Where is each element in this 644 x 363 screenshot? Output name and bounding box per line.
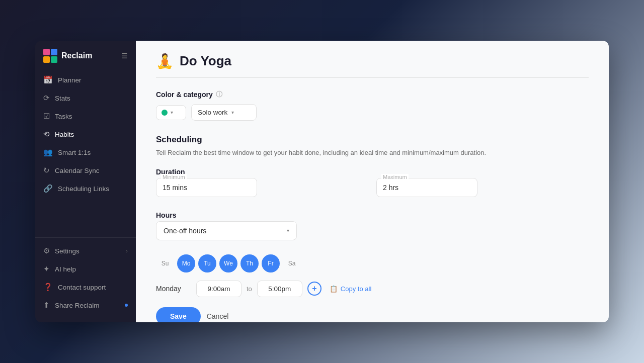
- scheduling-desc: Tell Reclaim the best time window to get…: [156, 148, 589, 158]
- day-button-mo[interactable]: Mo: [177, 254, 195, 273]
- sidebar-item-tasks[interactable]: ☑ Tasks: [35, 107, 136, 125]
- habit-title: Do Yoga: [180, 53, 231, 69]
- color-category-info-icon[interactable]: ⓘ: [216, 90, 222, 99]
- content-header: 🧘 Do Yoga: [156, 53, 589, 78]
- duration-label: Duration: [156, 168, 589, 176]
- hours-group: Hours One-off hours ▾: [156, 211, 589, 240]
- time-to-input[interactable]: [257, 281, 302, 297]
- color-category-label: Color & category ⓘ: [156, 90, 589, 99]
- sidebar: Reclaim ☰ 📅 Planner ⟳ Stats ☑ Tasks ⟲ Ha…: [35, 41, 136, 322]
- hours-chevron-icon: ▾: [287, 228, 289, 233]
- day-button-fr[interactable]: Fr: [262, 254, 280, 273]
- ai-help-label: AI help: [55, 265, 76, 273]
- stats-label: Stats: [55, 95, 70, 102]
- time-from-input[interactable]: [196, 281, 242, 297]
- min-input-wrapper: Minimum: [156, 178, 368, 197]
- sidebar-item-settings[interactable]: ⚙ Settings ›: [35, 242, 136, 260]
- planner-label: Planner: [58, 76, 82, 84]
- min-float-label: Minimum: [161, 174, 187, 180]
- day-button-th[interactable]: Th: [240, 254, 259, 273]
- contact-support-label: Contact support: [58, 284, 106, 291]
- settings-arrow: ›: [126, 248, 128, 254]
- sidebar-item-planner[interactable]: 📅 Planner: [35, 71, 136, 89]
- sidebar-bottom: ⚙ Settings › ✦ AI help ❓ Contact support…: [35, 237, 136, 314]
- scheduling-title: Scheduling: [156, 135, 589, 145]
- min-duration-field: Minimum: [156, 178, 368, 197]
- category-select-button[interactable]: Solo work ▾: [191, 104, 257, 121]
- category-value: Solo work: [198, 109, 227, 116]
- sidebar-item-ai-help[interactable]: ✦ AI help: [35, 260, 136, 278]
- day-button-sa[interactable]: Sa: [283, 254, 301, 273]
- add-time-button[interactable]: +: [307, 282, 321, 296]
- sidebar-item-calendar-sync[interactable]: ↻ Calendar Sync: [35, 161, 136, 179]
- tasks-label: Tasks: [55, 113, 72, 120]
- scheduling-links-icon: 🔗: [43, 184, 53, 193]
- scheduling-section: Scheduling Tell Reclaim the best time wi…: [156, 135, 589, 322]
- settings-label: Settings: [55, 247, 79, 255]
- copy-to-all-button[interactable]: 📋 Copy to all: [330, 285, 371, 293]
- max-duration-field: Maximum: [376, 178, 589, 197]
- sidebar-item-scheduling-links[interactable]: 🔗 Scheduling Links: [35, 179, 136, 198]
- planner-icon: 📅: [43, 75, 53, 84]
- to-label: to: [247, 285, 252, 293]
- color-category-group: Color & category ⓘ ▾ Solo work ▾: [156, 90, 589, 121]
- app-logo: Reclaim: [43, 49, 92, 63]
- stats-icon: ⟳: [43, 94, 50, 103]
- main-content: 🧘 Do Yoga Color & category ⓘ ▾ Solo work…: [136, 41, 609, 322]
- category-chevron-icon: ▾: [231, 110, 234, 115]
- actions-row: Save Cancel: [156, 307, 589, 323]
- habits-label: Habits: [55, 131, 74, 138]
- sidebar-nav: 📅 Planner ⟳ Stats ☑ Tasks ⟲ Habits 👥 Sma…: [35, 71, 136, 314]
- copy-icon: 📋: [330, 285, 338, 293]
- min-duration-input[interactable]: [156, 178, 257, 197]
- settings-icon: ⚙: [43, 246, 50, 255]
- day-button-tu[interactable]: Tu: [198, 254, 216, 273]
- max-input-wrapper: Maximum: [376, 178, 589, 197]
- color-dot: [162, 110, 168, 116]
- color-category-row: ▾ Solo work ▾: [156, 104, 589, 121]
- hours-label: Hours: [156, 211, 589, 219]
- duration-row: Minimum Maximum: [156, 178, 589, 197]
- habits-icon: ⟲: [43, 130, 50, 139]
- share-reclaim-label: Share Reclaim: [55, 302, 100, 309]
- time-day-label: Monday: [156, 285, 191, 293]
- cancel-button[interactable]: Cancel: [207, 312, 229, 320]
- day-button-we[interactable]: We: [219, 254, 237, 273]
- sidebar-item-smart-1s[interactable]: 👥 Smart 1:1s: [35, 143, 136, 161]
- save-button[interactable]: Save: [156, 307, 201, 323]
- habit-emoji: 🧘: [156, 53, 174, 69]
- menu-icon[interactable]: ☰: [121, 52, 128, 60]
- max-float-label: Maximum: [381, 174, 409, 180]
- sidebar-item-habits[interactable]: ⟲ Habits: [35, 125, 136, 143]
- sidebar-item-stats[interactable]: ⟳ Stats: [35, 89, 136, 107]
- copy-to-all-label: Copy to all: [341, 285, 371, 293]
- max-duration-input[interactable]: [376, 178, 477, 197]
- hours-select-button[interactable]: One-off hours ▾: [156, 221, 297, 240]
- time-row: Monday to + 📋 Copy to all: [156, 281, 589, 297]
- ai-help-icon: ✦: [43, 264, 50, 274]
- color-chevron-icon: ▾: [171, 110, 173, 115]
- calendar-sync-label: Calendar Sync: [55, 167, 100, 174]
- app-name: Reclaim: [61, 51, 92, 60]
- smart-1s-label: Smart 1:1s: [58, 149, 91, 156]
- days-row: Su Mo Tu We Th Fr Sa: [156, 254, 589, 273]
- duration-group: Duration Minimum Maximum: [156, 168, 589, 197]
- share-reclaim-icon: ⬆: [43, 301, 50, 310]
- contact-support-icon: ❓: [43, 283, 53, 292]
- logo-icon: [43, 49, 57, 63]
- share-dot: [125, 304, 128, 307]
- calendar-sync-icon: ↻: [43, 166, 50, 175]
- tasks-icon: ☑: [43, 112, 50, 121]
- color-picker-button[interactable]: ▾: [156, 105, 186, 120]
- sidebar-item-share-reclaim[interactable]: ⬆ Share Reclaim: [35, 296, 136, 314]
- day-button-su[interactable]: Su: [156, 254, 174, 273]
- hours-value: One-off hours: [164, 227, 206, 235]
- sidebar-item-contact-support[interactable]: ❓ Contact support: [35, 278, 136, 296]
- smart-1s-icon: 👥: [43, 148, 53, 157]
- scheduling-links-label: Scheduling Links: [58, 185, 109, 193]
- sidebar-header: Reclaim ☰: [35, 49, 136, 71]
